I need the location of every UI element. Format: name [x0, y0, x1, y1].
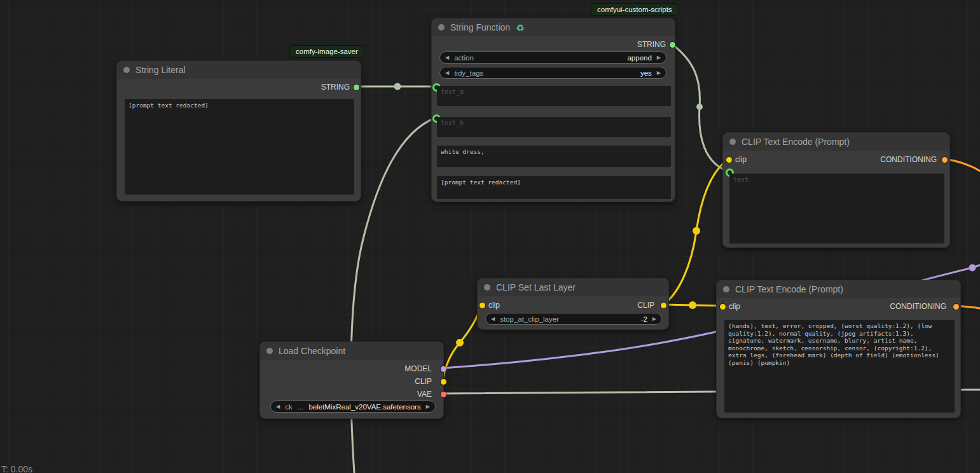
node-clip-text-encode-negative[interactable]: CLIP Text Encode (Prompt) clip CONDITION… [716, 280, 961, 418]
input-port-clip[interactable] [726, 157, 732, 163]
node-title-bar[interactable]: Load Checkpoint [260, 342, 443, 360]
output-label-model: MODEL [404, 364, 432, 373]
widget-name: action [454, 54, 627, 62]
text-a-field[interactable]: text_a [437, 86, 671, 106]
link-dot [693, 227, 700, 235]
output-port-vae[interactable] [441, 392, 446, 397]
text-field[interactable]: text [729, 174, 944, 243]
link-dot [969, 264, 976, 271]
link-offscreen-to-text-b [351, 118, 436, 473]
node-title: String Literal [135, 65, 186, 75]
increment-arrow-icon[interactable]: ▶ [426, 404, 430, 409]
widget-value: append [627, 54, 651, 62]
collapse-dot-icon[interactable] [729, 139, 736, 145]
node-load-checkpoint[interactable]: Load Checkpoint MODEL CLIP VAE ◀ ck ... … [259, 341, 444, 419]
output-port-conditioning[interactable] [942, 157, 948, 163]
link-dot [456, 339, 464, 346]
output-port-model[interactable] [441, 366, 446, 372]
widget-ckpt-name[interactable]: ◀ ck ... beletMixReal_v20VAE.safetensors… [270, 401, 436, 413]
input-label-clip: clip [735, 155, 747, 164]
text-c-field[interactable]: white dress, [437, 146, 671, 167]
custom-scripts-swirl-icon: ♻ [516, 23, 524, 32]
node-title: CLIP Text Encode (Prompt) [742, 137, 850, 147]
widget-name: tidy_tags [454, 69, 640, 77]
widget-value: -2 [641, 315, 647, 323]
output-port-string[interactable] [670, 42, 675, 48]
timing-status-text: T: 0.00s [1, 464, 32, 473]
decrement-arrow-icon[interactable]: ◀ [445, 55, 449, 60]
output-label-string: STRING [321, 83, 350, 92]
widget-value: yes [640, 69, 652, 77]
output-label-conditioning: CONDITIONING [890, 302, 946, 311]
collapse-dot-icon[interactable] [123, 67, 130, 73]
input-label-clip: clip [488, 301, 500, 310]
node-title-bar[interactable]: CLIP Text Encode (Prompt) [717, 280, 960, 298]
decrement-arrow-icon[interactable]: ◀ [491, 317, 495, 322]
node-title: CLIP Text Encode (Prompt) [735, 284, 843, 294]
output-label-clip: CLIP [415, 377, 432, 386]
increment-arrow-icon[interactable]: ▶ [652, 317, 656, 322]
badge-comfy-image-saver: comfy-image-saver [289, 45, 364, 58]
string-literal-text-field[interactable]: [prompt text redacted] [125, 99, 354, 195]
collapse-dot-icon[interactable] [266, 348, 273, 354]
node-clip-set-last-layer[interactable]: CLIP Set Last Layer clip CLIP ◀ stop_at_… [477, 278, 669, 330]
node-title: CLIP Set Last Layer [496, 282, 576, 292]
output-port-clip[interactable] [441, 379, 446, 385]
link-dot [394, 83, 401, 90]
node-title: String Function [450, 22, 510, 32]
input-port-clip[interactable] [480, 303, 485, 308]
output-label-clip: CLIP [637, 301, 654, 310]
node-title-bar[interactable]: String Literal [117, 61, 361, 79]
output-label-conditioning: CONDITIONING [880, 155, 937, 164]
output-port-conditioning[interactable] [953, 304, 959, 310]
decrement-arrow-icon[interactable]: ◀ [276, 404, 280, 409]
node-string-function[interactable]: String Function ♻ STRING ◀ action append… [431, 18, 675, 202]
node-title-bar[interactable]: CLIP Set Last Layer [478, 278, 668, 296]
node-title: Load Checkpoint [279, 346, 345, 356]
increment-arrow-icon[interactable]: ▶ [657, 71, 661, 76]
output-port-clip[interactable] [661, 303, 666, 308]
link-dot [689, 301, 696, 309]
widget-tidy-tags[interactable]: ◀ tidy_tags yes ▶ [439, 67, 666, 79]
output-port-string[interactable] [354, 85, 359, 90]
input-label-clip: clip [729, 302, 740, 311]
node-title-bar[interactable]: String Function ♻ [432, 18, 675, 36]
badge-comfyui-custom-scripts: comfyui-custom-scripts [591, 3, 679, 16]
node-title-bar[interactable]: CLIP Text Encode (Prompt) [723, 133, 949, 151]
collapse-dot-icon[interactable] [484, 284, 490, 291]
result-text-field[interactable]: [prompt text redacted] [437, 176, 671, 199]
widget-ellipsis: ... [298, 403, 304, 411]
collapse-dot-icon[interactable] [723, 286, 729, 292]
input-port-clip[interactable] [720, 304, 726, 310]
text-b-field[interactable]: text_b [437, 117, 671, 137]
negative-prompt-field[interactable]: (hands), text, error, cropped, (worst qu… [724, 320, 955, 413]
widget-name: ck [285, 403, 293, 411]
node-string-literal[interactable]: String Literal STRING [prompt text redac… [116, 60, 361, 202]
increment-arrow-icon[interactable]: ▶ [657, 55, 661, 60]
widget-stop-at-clip-layer[interactable]: ◀ stop_at_clip_layer -2 ▶ [485, 313, 662, 325]
output-label-string: STRING [637, 40, 666, 49]
output-label-vae: VAE [417, 390, 432, 399]
widget-name: stop_at_clip_layer [500, 315, 640, 323]
link-dot [696, 104, 703, 110]
widget-value: beletMixReal_v20VAE.safetensors [303, 403, 426, 411]
node-clip-text-encode-positive[interactable]: CLIP Text Encode (Prompt) clip CONDITION… [722, 132, 950, 248]
node-graph-canvas[interactable]: comfy-image-saver comfyui-custom-scripts… [0, 0, 980, 473]
widget-action[interactable]: ◀ action append ▶ [439, 51, 666, 64]
collapse-dot-icon[interactable] [438, 24, 445, 31]
decrement-arrow-icon[interactable]: ◀ [445, 71, 449, 76]
